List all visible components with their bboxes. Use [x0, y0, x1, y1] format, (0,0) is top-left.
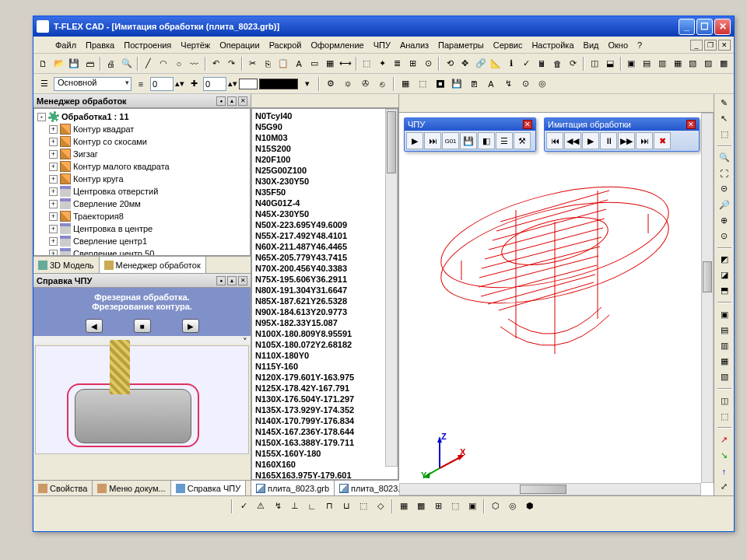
measure-icon[interactable]: 📐 [489, 56, 503, 72]
rs-zoom-fit-icon[interactable]: ⛶ [717, 166, 732, 180]
rs-shade5-icon[interactable]: ▧ [717, 370, 732, 384]
menu-Файл[interactable]: Файл [51, 39, 81, 51]
save-all-icon[interactable]: 🗃 [82, 56, 96, 72]
cut-icon[interactable]: ✂ [246, 56, 260, 72]
gcode-line[interactable]: N120X-179.601Y-163.975 [255, 372, 395, 383]
menu-Правка[interactable]: Правка [81, 39, 119, 51]
expander-icon[interactable]: + [49, 138, 58, 146]
text-icon[interactable]: A [292, 56, 306, 72]
titlebar[interactable]: T-FLEX CAD - [Имитация обработки (плита_… [33, 16, 734, 37]
tree-item[interactable]: +Сверление 20мм [36, 198, 248, 210]
expander-icon[interactable]: + [49, 150, 58, 159]
cnc2-icon[interactable]: ⛭ [340, 76, 356, 92]
tree-item[interactable]: +Сверление центр1 [36, 235, 248, 247]
redo-icon[interactable]: ↷ [224, 56, 238, 72]
rs-shade1-icon[interactable]: ▣ [717, 307, 732, 321]
group-icon[interactable]: ⬚ [360, 56, 374, 72]
rs-zoom-prev-icon[interactable]: ⊙ [717, 229, 732, 243]
gcode-line[interactable]: N70X-200.456Y40.3383 [255, 263, 395, 274]
expander-icon[interactable]: + [49, 250, 58, 257]
win2-icon[interactable]: ▤ [640, 56, 654, 72]
rs-ax1-icon[interactable]: ↗ [717, 432, 732, 446]
menu-Настройка[interactable]: Настройка [527, 39, 578, 51]
maximize-button[interactable]: ☐ [696, 19, 713, 35]
help-close-icon[interactable]: ✕ [238, 276, 247, 285]
viewport-hscroll[interactable] [399, 483, 701, 495]
gcode-line[interactable]: N30X-230Y50 [255, 176, 395, 187]
gcode-line[interactable]: N35F50 [255, 187, 395, 198]
gcode-line[interactable]: N65X-205.779Y43.7415 [255, 252, 395, 263]
win4-icon[interactable]: ▦ [671, 56, 685, 72]
gcode-line[interactable]: N110X-180Y0 [255, 350, 395, 361]
gcode-line[interactable]: N25G00Z100 [255, 165, 395, 176]
gcode-line[interactable]: N90X-184.613Y20.9773 [255, 306, 395, 317]
rs-zoom-out-icon[interactable]: ⊝ [717, 182, 732, 196]
tree-item[interactable]: +Центровка отверстий [36, 185, 248, 198]
rs-pointer-icon[interactable]: ↖ [717, 111, 732, 125]
rs-shade2-icon[interactable]: ▤ [717, 323, 732, 337]
updown1-icon[interactable]: ▴▾ [175, 76, 184, 92]
layer-icon[interactable]: ☰ [37, 76, 52, 92]
gcode-line[interactable]: N160X160 [255, 459, 395, 470]
sb7-icon[interactable]: ⊔ [338, 499, 354, 514]
rotate3d-icon[interactable]: ⟲ [443, 56, 457, 72]
rs-zoom-in-icon[interactable]: 🔍 [717, 151, 732, 165]
sb13-icon[interactable]: ⬚ [447, 499, 463, 514]
expander-icon[interactable]: - [37, 113, 46, 121]
gcode-line[interactable]: N20F100 [255, 154, 395, 165]
panel-close-icon[interactable]: ✕ [238, 96, 247, 106]
tree-item[interactable]: +Контур квадрат [36, 123, 248, 135]
snap-icon[interactable]: ⊙ [422, 56, 436, 72]
gcode-line[interactable]: N165X163.975Y-179.601 [255, 470, 395, 480]
rs-view1-icon[interactable]: ◩ [717, 253, 732, 267]
arc-icon[interactable]: ◠ [156, 56, 170, 72]
gcode-line[interactable]: N130X-176.504Y-171.297 [255, 394, 395, 404]
menu-Операции[interactable]: Операции [215, 39, 264, 51]
win5-icon[interactable]: ▧ [686, 56, 700, 72]
rs-ax2-icon[interactable]: ↘ [717, 448, 732, 462]
rs-ax4-icon[interactable]: ⤢ [717, 480, 732, 494]
color1-swatch[interactable] [239, 79, 258, 89]
tab-props[interactable]: Свойства [33, 481, 93, 495]
menu-Раскрой[interactable]: Раскрой [265, 39, 307, 51]
delete-icon[interactable]: 🗑 [551, 56, 565, 72]
hatch-icon[interactable]: ▦ [323, 56, 337, 72]
gcode-line[interactable]: N140X-170.799Y-176.834 [255, 415, 395, 426]
view2-icon[interactable]: ⬓ [603, 56, 617, 72]
open-icon[interactable]: 📂 [52, 56, 66, 72]
sb5-icon[interactable]: ∟ [304, 499, 320, 514]
minimize-button[interactable]: _ [679, 19, 695, 35]
sb1-icon[interactable]: ✓ [236, 499, 251, 514]
spline-icon[interactable]: 〰 [188, 56, 202, 72]
mark-icon[interactable]: ✓ [520, 56, 534, 72]
plus-icon[interactable]: ✚ [186, 76, 202, 92]
tool7-icon[interactable]: ↯ [500, 76, 516, 92]
tab-docmenu[interactable]: Меню докум... [93, 481, 170, 495]
sb12-icon[interactable]: ⊞ [430, 499, 446, 514]
tab-3dmodel[interactable]: 3D Модель [33, 257, 100, 273]
win1-icon[interactable]: ▣ [625, 56, 639, 72]
line-icon[interactable]: ╱ [142, 56, 156, 72]
expander-icon[interactable]: + [49, 225, 58, 233]
menu-Вид[interactable]: Вид [579, 39, 604, 51]
tree-item[interactable]: +Контур со скосами [36, 135, 248, 148]
help-pin-icon[interactable]: ⬥ [216, 276, 226, 285]
cnc-toolbar-title[interactable]: ЧПУ✕ [405, 118, 535, 131]
save-icon[interactable]: 💾 [68, 56, 82, 72]
menu-Сервис[interactable]: Сервис [489, 39, 528, 51]
gcode-line[interactable]: N150X-163.388Y-179.711 [255, 437, 395, 448]
gcode-line[interactable]: N75X-195.606Y36.2911 [255, 274, 395, 285]
tree-item[interactable]: +Контур круга [36, 173, 248, 185]
panel-min-icon[interactable]: ▴ [227, 96, 237, 106]
mdi-close[interactable]: ✕ [718, 40, 731, 51]
rs-shade3-icon[interactable]: ▥ [717, 338, 732, 352]
gcode-vscroll[interactable] [385, 109, 398, 467]
lineweight-icon[interactable]: ≡ [133, 76, 149, 92]
gcode-line[interactable]: N55X-217.492Y48.4101 [255, 230, 395, 241]
sim-toolbar-close-icon[interactable]: ✕ [686, 120, 696, 129]
help-next-icon[interactable]: ▶ [182, 319, 199, 333]
refresh-icon[interactable]: ⟳ [566, 56, 580, 72]
new-icon[interactable]: 🗋 [37, 56, 51, 72]
gcode-line[interactable]: N145X-167.236Y-178.644 [255, 426, 395, 437]
gcode-line[interactable]: N15S200 [255, 143, 395, 154]
